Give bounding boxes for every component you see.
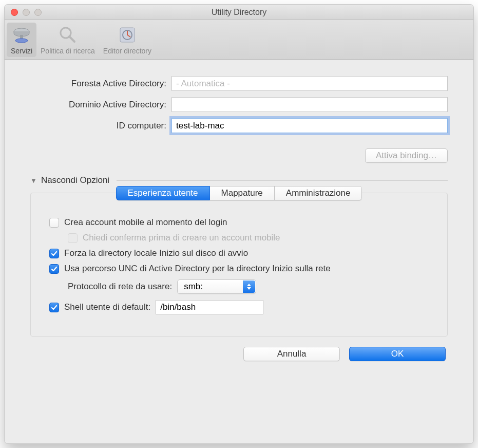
options-panel: Esperienza utente Mappature Amministrazi…	[30, 193, 448, 337]
ask-confirm-checkbox	[68, 233, 78, 243]
force-local-label: Forza la directory locale Inizio sul dis…	[64, 248, 248, 258]
divider	[117, 180, 448, 181]
domain-row: Dominio Active Directory:	[30, 97, 448, 112]
forest-row: Foresta Active Directory:	[30, 76, 448, 91]
svg-point-2	[15, 39, 28, 43]
domain-label: Dominio Active Directory:	[30, 100, 171, 110]
protocol-select[interactable]: smb:	[177, 279, 256, 294]
toolbar-item-politica[interactable]: Politica di ricerca	[36, 23, 99, 57]
tab-amministrazione[interactable]: Amministrazione	[275, 186, 362, 200]
close-window-button[interactable]	[11, 9, 18, 16]
toolbar-item-label: Politica di ricerca	[41, 47, 95, 55]
computer-id-row: ID computer:	[30, 118, 448, 133]
forest-label: Foresta Active Directory:	[30, 79, 171, 89]
services-icon	[11, 25, 32, 45]
window-title: Utility Directory	[212, 8, 267, 17]
ask-confirm-label: Chiedi conferma prima di creare un accou…	[83, 233, 280, 243]
disclosure-label: Nascondi Opzioni	[41, 175, 109, 185]
traffic-lights	[11, 9, 42, 16]
use-unc-checkbox[interactable]	[49, 264, 59, 274]
ok-button[interactable]: OK	[349, 347, 446, 361]
segmented-tabs: Esperienza utente Mappature Amministrazi…	[31, 186, 447, 200]
cancel-button[interactable]: Annulla	[243, 347, 340, 361]
default-shell-row: Shell utente di default:	[31, 297, 447, 318]
select-caret-icon	[243, 281, 255, 293]
tab-mappature[interactable]: Mappature	[210, 186, 275, 200]
computer-id-input[interactable]	[171, 118, 448, 133]
bind-row: Attiva binding…	[30, 148, 448, 163]
force-local-checkbox[interactable]	[49, 249, 59, 258]
directory-editor-icon	[117, 25, 138, 45]
create-mobile-row: Crea account mobile al momento del login	[31, 215, 447, 230]
default-shell-checkbox[interactable]	[49, 303, 59, 312]
toolbar-item-label: Editor directory	[103, 47, 151, 55]
force-local-row: Forza la directory locale Inizio sul dis…	[31, 246, 447, 261]
content-area: Foresta Active Directory: Dominio Active…	[5, 60, 473, 443]
domain-input[interactable]	[171, 97, 448, 112]
activate-binding-button[interactable]: Attiva binding…	[365, 148, 448, 163]
footer: Annulla OK	[30, 347, 448, 367]
zoom-window-button[interactable]	[34, 9, 42, 16]
protocol-label: Protocollo di rete da usare:	[68, 282, 172, 292]
ask-confirm-row: Chiedi conferma prima di creare un accou…	[31, 230, 447, 246]
disclosure-row[interactable]: ▼ Nascondi Opzioni	[30, 175, 448, 185]
use-unc-row: Usa percorso UNC di Active Directory per…	[31, 261, 447, 276]
default-shell-label: Shell utente di default:	[64, 302, 150, 312]
create-mobile-label: Crea account mobile al momento del login	[64, 217, 227, 228]
titlebar: Utility Directory	[5, 5, 473, 20]
toolbar-item-label: Servizi	[11, 47, 32, 55]
toolbar: Servizi Politica di ricerca Editor dir	[5, 20, 473, 60]
protocol-value: smb:	[184, 282, 203, 292]
computer-id-label: ID computer:	[30, 121, 171, 131]
use-unc-label: Usa percorso UNC di Active Directory per…	[64, 264, 331, 274]
disclosure-triangle-icon: ▼	[30, 177, 37, 184]
svg-line-4	[69, 36, 74, 42]
minimize-window-button[interactable]	[23, 9, 30, 16]
directory-utility-window: Utility Directory Servizi Politica d	[4, 4, 474, 444]
default-shell-input[interactable]	[156, 300, 263, 314]
forest-input[interactable]	[171, 76, 448, 91]
toolbar-item-editor[interactable]: Editor directory	[99, 23, 156, 57]
toolbar-item-servizi[interactable]: Servizi	[7, 23, 36, 57]
create-mobile-checkbox[interactable]	[49, 218, 59, 228]
search-policy-icon	[58, 25, 78, 45]
protocol-row: Protocollo di rete da usare: smb:	[31, 276, 447, 297]
tab-esperienza-utente[interactable]: Esperienza utente	[116, 186, 210, 200]
